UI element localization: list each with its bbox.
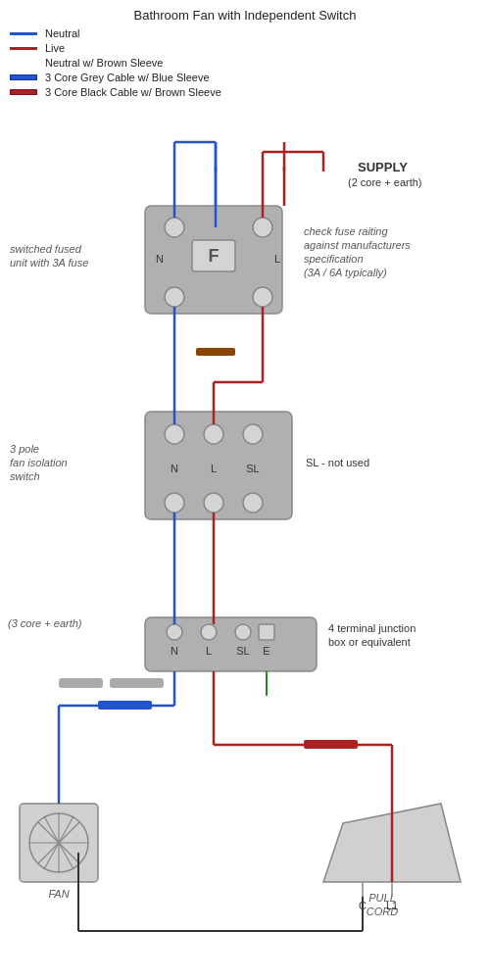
iso-bot-1 [165, 493, 184, 513]
fused-unit-label-line2: unit with 3A fuse [10, 257, 88, 269]
blue-sleeve-1 [98, 701, 152, 710]
iso-bot-2 [204, 493, 223, 513]
fuse-check-line1: check fuse raiting [304, 225, 388, 237]
iso-label-line3: switch [10, 470, 40, 482]
iso-l-label: L [211, 463, 217, 474]
fuse-check-line2: against manufacturers [304, 239, 411, 251]
jbox-e-label: E [263, 645, 270, 657]
iso-top-1 [165, 424, 184, 444]
jbox-label-line1: 4 terminal junction [328, 622, 416, 634]
iso-top-2 [204, 424, 223, 444]
brown-sleeve-neutral [196, 348, 235, 356]
wiring-diagram: SUPPLY (2 core + earth) F N L switched f… [0, 0, 490, 980]
iso-bot-3 [243, 493, 263, 513]
jbox-label-line2: box or equivalent [328, 636, 411, 648]
jbox-n-terminal [167, 624, 182, 640]
fuse-bottom-left-terminal [165, 287, 184, 307]
iso-top-3 [243, 424, 263, 444]
iso-label-line1: 3 pole [10, 443, 39, 455]
grey-cable-1 [110, 678, 164, 688]
fuse-symbol: F [209, 246, 220, 266]
jbox-l-label: L [206, 645, 212, 657]
jbox-n-label: N [171, 645, 178, 657]
fuse-top-right-terminal [253, 218, 272, 237]
pull-l1-label: L1 [386, 900, 398, 911]
fuse-bottom-right-terminal [253, 287, 272, 307]
brown-sleeve-1 [304, 740, 358, 749]
jbox-e-terminal [259, 624, 274, 640]
fuse-n-label: N [156, 253, 164, 265]
jbox-sl-label: SL [236, 645, 249, 657]
fan-label: FAN [48, 888, 69, 900]
sl-not-used-label: SL - not used [306, 457, 369, 468]
fuse-check-line3: specification [304, 253, 364, 265]
fuse-top-left-terminal [165, 218, 184, 237]
jbox-l-terminal [201, 624, 217, 640]
grey-cable-2 [59, 678, 103, 688]
supply-label: SUPPLY [358, 160, 408, 174]
iso-sl-label: SL [246, 463, 259, 474]
jbox-sl-terminal [235, 624, 251, 640]
supply-sublabel: (2 core + earth) [348, 176, 422, 188]
iso-n-label: N [171, 463, 178, 474]
fuse-check-line4: (3A / 6A typically) [304, 267, 387, 278]
fuse-l-label: L [274, 253, 280, 265]
fused-unit-label-line1: switched fused [10, 243, 82, 255]
iso-label-line2: fan isolation [10, 457, 68, 468]
three-core-label: (3 core + earth) [8, 617, 82, 629]
